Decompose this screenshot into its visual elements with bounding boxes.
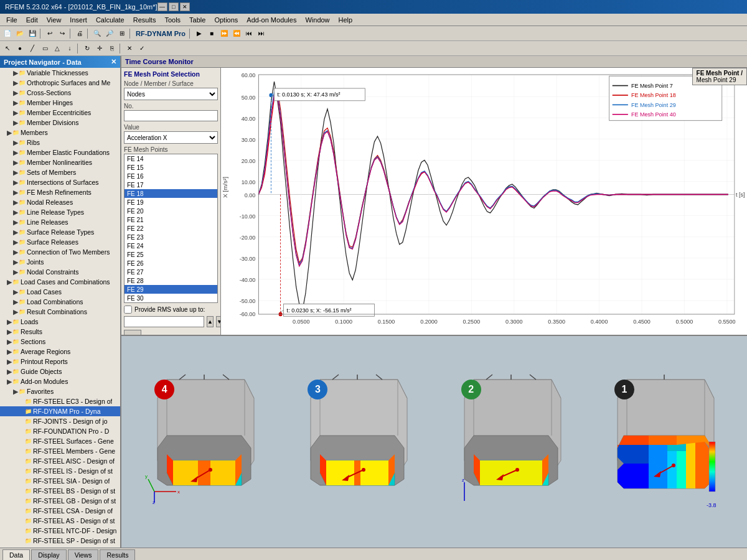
sidebar-item-38[interactable]: 📁RF-STEEL Members - Gene <box>0 446 120 456</box>
tree-expand-icon[interactable]: ▶ <box>12 258 19 266</box>
tree-expand-icon[interactable]: ▶ <box>12 159 19 166</box>
tree-expand-icon[interactable]: ▶ <box>12 298 19 306</box>
sidebar-item-42[interactable]: 📁RF-STEEL BS - Design of st <box>0 486 120 496</box>
sidebar-close-icon[interactable]: ✕ <box>111 58 116 66</box>
fe-list-item-16[interactable]: FE 30 <box>125 294 217 302</box>
tree-expand-icon[interactable]: ▶ <box>12 248 19 256</box>
tb-redo[interactable]: ↪ <box>56 27 68 40</box>
tree-expand-icon[interactable]: ▶ <box>12 308 19 315</box>
tree-expand-icon[interactable]: ▶ <box>12 228 19 236</box>
sidebar-item-40[interactable]: 📁RF-STEEL IS - Design of st <box>0 466 120 476</box>
tree-expand-icon[interactable]: ▶ <box>12 189 19 196</box>
tb-print[interactable]: 🖨 <box>73 27 86 40</box>
sidebar-item-13[interactable]: ▶📁Nodal Releases <box>0 197 120 207</box>
tb-undo[interactable]: ↩ <box>44 27 56 40</box>
sidebar-item-18[interactable]: ▶📁Connection of Two Members <box>0 247 120 257</box>
tb-surface[interactable]: ▭ <box>39 42 51 55</box>
sidebar-item-7[interactable]: ▶📁Ribs <box>0 138 120 147</box>
tree-expand-icon[interactable]: ▶ <box>12 109 19 116</box>
fe-list-item-15[interactable]: FE 29 <box>125 285 217 294</box>
sidebar-item-11[interactable]: ▶📁Intersections of Surfaces <box>0 177 120 187</box>
tree-expand-icon[interactable]: ▶ <box>6 358 12 365</box>
sidebar-item-21[interactable]: ▶📁Load Cases and Combinations <box>0 277 120 287</box>
tree-expand-icon[interactable]: ▶ <box>12 79 19 86</box>
menu-view[interactable]: View <box>43 15 65 25</box>
menu-results[interactable]: Results <box>129 15 160 25</box>
fe-list-item-3[interactable]: FE 17 <box>125 180 217 189</box>
tb-btn-c[interactable]: ⏩ <box>218 27 230 40</box>
sidebar-item-4[interactable]: ▶📁Member Eccentricities <box>0 108 120 118</box>
sidebar-item-6[interactable]: ▶📁Members <box>0 128 120 138</box>
tree-expand-icon[interactable]: ▶ <box>12 268 19 276</box>
sidebar-item-8[interactable]: ▶📁Member Elastic Foundations <box>0 147 120 157</box>
fe-list-item-4[interactable]: FE 18 <box>125 189 217 198</box>
tb-btn-a[interactable]: ▶ <box>193 27 205 40</box>
sidebar-item-43[interactable]: 📁RF-STEEL GB - Design of st <box>0 496 120 506</box>
sidebar-item-15[interactable]: ▶📁Line Releases <box>0 217 120 227</box>
fe-list-item-9[interactable]: FE 23 <box>125 233 217 241</box>
tb-zoom-out[interactable]: 🔎 <box>103 27 116 40</box>
fe-list-item-1[interactable]: FE 15 <box>125 163 217 172</box>
no-input[interactable] <box>124 110 218 121</box>
tree-expand-icon[interactable]: ▶ <box>12 139 19 146</box>
tree-expand-icon[interactable]: ▶ <box>6 328 12 335</box>
tb-select[interactable]: ↖ <box>1 42 14 55</box>
menu-addon[interactable]: Add-on Modules <box>243 15 300 25</box>
menu-file[interactable]: File <box>2 15 21 25</box>
tb-zoom-in[interactable]: 🔍 <box>91 27 103 40</box>
sidebar-item-46[interactable]: 📁RF-STEEL NTC-DF - Design <box>0 526 120 536</box>
sidebar-item-32[interactable]: ▶📁Favorites <box>0 386 120 396</box>
tree-expand-icon[interactable]: ▶ <box>6 338 12 345</box>
sidebar-item-28[interactable]: ▶📁Average Regions <box>0 347 120 357</box>
tb-btn-e[interactable]: ⏮ <box>243 27 255 40</box>
tb-node[interactable]: ● <box>14 42 26 55</box>
sidebar-item-16[interactable]: ▶📁Surface Release Types <box>0 227 120 237</box>
sidebar-item-45[interactable]: 📁RF-STEEL AS - Design of st <box>0 516 120 526</box>
tree-expand-icon[interactable]: ▶ <box>12 238 19 246</box>
fe-list-item-10[interactable]: FE 24 <box>125 241 217 250</box>
rms-value-input[interactable] <box>124 316 204 327</box>
sidebar-item-14[interactable]: ▶📁Line Release Types <box>0 207 120 217</box>
tab-display[interactable]: Display <box>31 549 66 560</box>
rms-checkbox[interactable] <box>124 306 132 314</box>
tb-btn-d[interactable]: ⏪ <box>230 27 243 40</box>
fe-mesh-list[interactable]: FE 14FE 15FE 16FE 17FE 18FE 19FE 20FE 21… <box>124 154 218 303</box>
tree-expand-icon[interactable]: ▶ <box>6 278 12 286</box>
sidebar-item-47[interactable]: 📁RF-STEEL SP - Design of st <box>0 536 120 546</box>
fe-list-item-2[interactable]: FE 16 <box>125 172 217 180</box>
sidebar-item-27[interactable]: ▶📁Sections <box>0 337 120 347</box>
tb-line[interactable]: ╱ <box>26 42 39 55</box>
sidebar-item-5[interactable]: ▶📁Member Divisions <box>0 118 120 128</box>
minimize-button[interactable]: — <box>157 2 167 11</box>
tb-copy[interactable]: ⎘ <box>106 42 118 55</box>
fe-list-item-13[interactable]: FE 27 <box>125 268 217 276</box>
tab-results[interactable]: Results <box>100 549 135 560</box>
menu-calculate[interactable]: Calculate <box>92 15 128 25</box>
tb-rotate[interactable]: ↻ <box>81 42 93 55</box>
tree-expand-icon[interactable]: ▶ <box>6 318 12 325</box>
sidebar-item-12[interactable]: ▶📁FE Mesh Refinements <box>0 187 120 197</box>
tree-expand-icon[interactable]: ▶ <box>12 169 19 176</box>
sidebar-item-30[interactable]: ▶📁Guide Objects <box>0 366 120 376</box>
tree-expand-icon[interactable]: ▶ <box>12 119 19 126</box>
sidebar-item-26[interactable]: ▶📁Results <box>0 327 120 337</box>
tree-expand-icon[interactable]: ▶ <box>12 69 19 77</box>
fe-list-item-12[interactable]: FE 26 <box>125 259 217 268</box>
sidebar-item-37[interactable]: 📁RF-STEEL Surfaces - Gene <box>0 436 120 446</box>
fe-list-item-14[interactable]: FE 28 <box>125 276 217 285</box>
menu-window[interactable]: Window <box>301 15 333 25</box>
tb-save[interactable]: 💾 <box>26 27 39 40</box>
node-select[interactable]: Nodes <box>124 88 218 100</box>
tree-expand-icon[interactable]: ▶ <box>6 129 12 136</box>
tree-expand-icon[interactable]: ▶ <box>12 198 19 206</box>
tb-open[interactable]: 📂 <box>14 27 26 40</box>
menu-help[interactable]: Help <box>335 15 357 25</box>
tree-expand-icon[interactable]: ▶ <box>12 388 19 395</box>
tb-new[interactable]: 📄 <box>1 27 14 40</box>
sidebar-item-39[interactable]: 📁RF-STEEL AISC - Design of <box>0 456 120 466</box>
menu-tools[interactable]: Tools <box>161 15 184 25</box>
fe-list-item-5[interactable]: FE 19 <box>125 198 217 207</box>
fe-list-item-8[interactable]: FE 22 <box>125 224 217 233</box>
tab-views[interactable]: Views <box>68 549 99 560</box>
sidebar-item-41[interactable]: 📁RF-STEEL SIA - Design of <box>0 476 120 486</box>
